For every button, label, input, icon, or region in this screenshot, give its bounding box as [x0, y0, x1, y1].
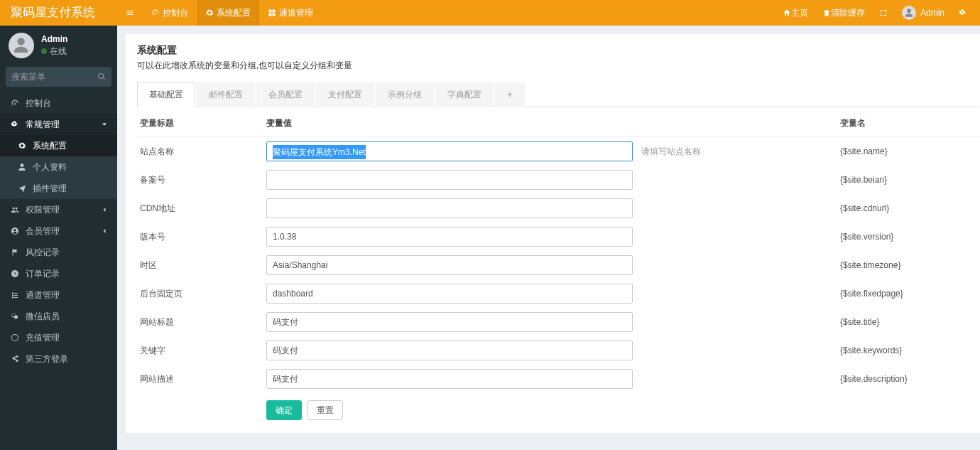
topnav-label: 通道管理 — [279, 7, 313, 19]
sidebar-item-label: 个人资料 — [33, 161, 67, 173]
config-label: 网站标题 — [140, 316, 266, 328]
config-label: 网站描述 — [140, 373, 266, 385]
brand-logo: 聚码屋支付系统 — [0, 0, 117, 26]
dashboard-icon — [151, 9, 160, 17]
home-label: 主页 — [791, 7, 808, 19]
config-input[interactable]: 聚码屋支付系统Ym3.Net — [266, 141, 633, 161]
sidebar-item-label: 通道管理 — [26, 289, 60, 301]
sidebar-item[interactable]: 充值管理 — [0, 327, 117, 348]
flag-icon — [9, 248, 21, 257]
topnav-label: 系统配置 — [217, 7, 251, 19]
sidebar-subitem[interactable]: 系统配置 — [0, 135, 117, 156]
config-var: {$site.timezone} — [840, 260, 976, 270]
config-tip: 请填写站点名称 — [641, 146, 840, 158]
topnav-item[interactable]: 通道管理 — [259, 0, 322, 26]
tab[interactable]: 支付配置 — [316, 82, 374, 107]
config-input[interactable] — [266, 341, 633, 360]
avatar-icon — [902, 6, 916, 20]
th-icon — [268, 9, 276, 17]
tab[interactable]: 示例分组 — [376, 82, 434, 107]
sidebar-item-label: 权限管理 — [26, 204, 60, 216]
config-label: 后台固定页 — [140, 288, 266, 300]
fullscreen-toggle[interactable] — [872, 0, 895, 26]
list-icon — [9, 291, 21, 299]
sidebar-subitem[interactable]: 插件管理 — [0, 178, 117, 199]
sidebar-item[interactable]: 风控记录 — [0, 242, 117, 263]
sidebar-item[interactable]: 会员管理 — [0, 220, 117, 242]
sidebar-item[interactable]: 微信店员 — [0, 306, 117, 327]
sidebar-toggle[interactable] — [117, 0, 143, 26]
config-label: CDN地址 — [140, 203, 266, 215]
topnav-item[interactable]: 控制台 — [143, 0, 197, 26]
page-title: 系统配置 — [137, 44, 979, 57]
col-header-value: 变量值 — [266, 117, 840, 129]
config-input[interactable] — [266, 312, 633, 332]
topnav-label: 控制台 — [163, 7, 188, 19]
config-var: {$site.cdnurl} — [840, 203, 976, 213]
chevron-left-icon — [100, 205, 109, 214]
sidebar-item-label: 会员管理 — [26, 225, 60, 237]
sidebar-item-label: 微信店员 — [26, 311, 60, 323]
config-label: 备案号 — [140, 174, 266, 186]
col-header-label: 变量标题 — [140, 117, 266, 129]
sidebar-item-label: 第三方登录 — [26, 353, 68, 365]
trash-icon — [822, 9, 831, 17]
tab[interactable]: 会员配置 — [256, 82, 315, 107]
tab[interactable]: 基础配置 — [137, 82, 195, 107]
user-panel: Admin 在线 — [0, 26, 117, 67]
add-tab-button[interactable] — [495, 82, 525, 107]
dashboard-icon — [9, 99, 21, 107]
plus-icon — [506, 90, 514, 99]
search-icon — [97, 73, 106, 81]
group-icon — [9, 205, 21, 214]
plane-icon — [16, 184, 28, 193]
config-var: {$site.fixedpage} — [840, 289, 976, 299]
sidebar-item-label: 控制台 — [26, 97, 51, 109]
sidebar-item[interactable]: 订单记录 — [0, 263, 117, 284]
config-var: {$site.keywords} — [840, 345, 976, 355]
tab[interactable]: 邮件配置 — [197, 82, 255, 107]
config-label: 关键字 — [140, 345, 266, 357]
submit-button[interactable]: 确定 — [266, 400, 302, 420]
clear-cache-label: 清除缓存 — [831, 7, 865, 19]
sidebar-subitem[interactable]: 个人资料 — [0, 156, 117, 178]
menu-search-button[interactable] — [92, 67, 111, 87]
config-input[interactable] — [266, 284, 633, 304]
chevron-down-icon — [100, 120, 109, 129]
sidebar-item[interactable]: 通道管理 — [0, 284, 117, 306]
reset-button[interactable]: 重置 — [307, 400, 343, 420]
cogs-icon — [959, 9, 967, 17]
username-label: Admin — [920, 8, 944, 18]
user-icon — [16, 163, 28, 171]
config-var: {$site.description} — [840, 374, 976, 384]
topnav-item[interactable]: 系统配置 — [197, 0, 259, 26]
clock-icon — [9, 269, 21, 278]
sidebar-item[interactable]: 常规管理 — [0, 114, 117, 135]
user-status: 在线 — [41, 45, 67, 58]
config-input[interactable] — [266, 369, 633, 389]
config-input[interactable] — [266, 198, 633, 218]
config-var: {$site.version} — [840, 232, 976, 242]
chevron-left-icon — [100, 227, 109, 235]
online-dot-icon — [41, 48, 47, 54]
settings-toggle[interactable] — [952, 0, 974, 26]
user-name: Admin — [41, 34, 67, 44]
bars-icon — [126, 9, 134, 17]
sidebar-item-label: 插件管理 — [33, 183, 67, 195]
user-menu[interactable]: Admin — [895, 0, 952, 26]
config-input[interactable] — [266, 255, 633, 275]
config-input[interactable] — [266, 227, 633, 247]
sidebar-item[interactable]: 控制台 — [0, 92, 117, 114]
tab[interactable]: 字典配置 — [435, 82, 494, 107]
clear-cache-link[interactable]: 清除缓存 — [815, 0, 872, 26]
sidebar-item[interactable]: 权限管理 — [0, 199, 117, 220]
home-link[interactable]: 主页 — [775, 0, 815, 26]
circle-o-icon — [9, 333, 21, 342]
wechat-icon — [9, 312, 21, 321]
share-icon — [9, 355, 21, 363]
config-input[interactable] — [266, 170, 633, 190]
sidebar-item-label: 系统配置 — [33, 140, 67, 152]
sidebar-item[interactable]: 第三方登录 — [0, 348, 117, 370]
expand-icon — [879, 9, 888, 17]
gear-icon — [16, 141, 28, 150]
